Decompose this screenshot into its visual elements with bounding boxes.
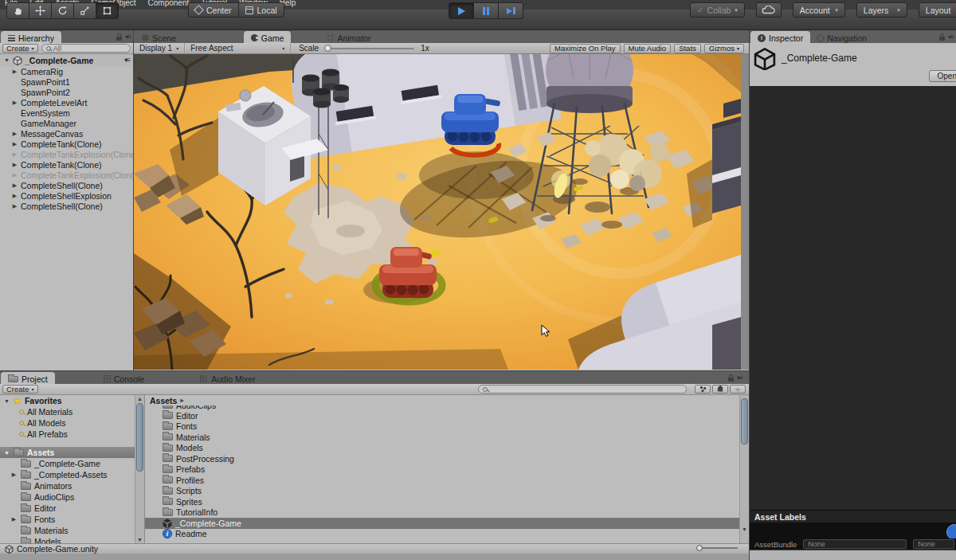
assets-breadcrumb[interactable]: Assets ▸: [145, 395, 749, 405]
foldout-icon[interactable]: ▶: [11, 151, 18, 158]
pane-menu-icon[interactable]: ▾≡: [737, 374, 742, 382]
list-item[interactable]: Prefabs: [145, 464, 749, 476]
tab-inspector[interactable]: Inspector: [750, 31, 810, 43]
foldout-open-icon[interactable]: ▼: [3, 450, 10, 456]
layers-dropdown[interactable]: Layers ▾: [856, 2, 907, 18]
list-item[interactable]: Profiles: [145, 475, 749, 486]
tree-scrollbar-thumb[interactable]: [136, 403, 143, 472]
layout-dropdown[interactable]: Layout ▾: [919, 2, 956, 18]
list-scrollbar-thumb[interactable]: [741, 398, 748, 444]
thumbnail-slider-knob[interactable]: [696, 545, 703, 551]
play-button[interactable]: [449, 2, 474, 19]
pause-button[interactable]: [474, 2, 499, 19]
lock-icon[interactable]: [116, 37, 122, 41]
tab-hierarchy[interactable]: Hierarchy: [1, 31, 61, 43]
hierarchy-item[interactable]: SpawnPoint2: [0, 87, 133, 97]
foldout-icon[interactable]: ▶: [10, 516, 18, 523]
list-item-selected-scene[interactable]: _Complete-Game: [145, 518, 749, 529]
open-button[interactable]: Open: [929, 70, 956, 82]
asset-labels-header[interactable]: Asset Labels: [750, 510, 956, 523]
tab-project[interactable]: Project: [1, 372, 55, 384]
tree-folder[interactable]: Animators: [0, 480, 144, 491]
maximize-on-play-button[interactable]: Maximize On Play: [550, 44, 621, 53]
foldout-icon[interactable]: ▶: [11, 203, 18, 210]
favorites-all-models[interactable]: All Models: [0, 417, 144, 429]
tree-folder[interactable]: Models: [0, 536, 144, 543]
thumbnail-size-slider[interactable]: [698, 547, 738, 549]
assetbundle-dropdown[interactable]: None: [803, 539, 907, 549]
foldout-open-icon[interactable]: ▼: [3, 398, 10, 404]
tree-folder[interactable]: AudioClips: [0, 491, 144, 503]
game-viewport[interactable]: [134, 54, 741, 370]
hierarchy-item-disabled[interactable]: ▶CompleteTankExplosion(Clon(: [0, 170, 133, 180]
foldout-icon[interactable]: ▶: [11, 141, 18, 147]
scale-slider-knob[interactable]: [324, 45, 331, 52]
favorites-root[interactable]: ▼ ★ Favorites: [0, 395, 144, 406]
project-search-input[interactable]: [478, 385, 687, 394]
list-item[interactable]: Sprites: [145, 496, 749, 507]
search-by-label-button[interactable]: [712, 385, 728, 394]
foldout-icon[interactable]: ▶: [10, 472, 18, 478]
list-item[interactable]: PostProcessing: [145, 453, 749, 464]
collab-dropdown[interactable]: ✓ Collab ▾: [690, 2, 745, 18]
search-by-type-button[interactable]: [695, 385, 711, 394]
project-create-button[interactable]: Create ▾: [2, 385, 38, 394]
foldout-open-icon[interactable]: ▼: [3, 57, 10, 63]
gizmos-dropdown[interactable]: Gizmos▾: [704, 44, 744, 53]
hierarchy-item[interactable]: ▶CompleteTank(Clone): [0, 139, 133, 149]
tab-navigation[interactable]: Navigation: [810, 31, 874, 43]
scroll-up-icon[interactable]: ▲: [137, 396, 143, 401]
hierarchy-item[interactable]: ▶CompleteShell(Clone): [0, 180, 133, 190]
scale-slider[interactable]: [325, 48, 414, 49]
hierarchy-item[interactable]: ▶CompleteTank(Clone): [0, 159, 133, 170]
hierarchy-item[interactable]: EventSystem: [0, 108, 133, 118]
mute-audio-button[interactable]: Mute Audio: [624, 44, 672, 53]
list-item[interactable]: TutorialInfo: [145, 507, 749, 519]
foldout-icon[interactable]: ▶: [11, 172, 18, 178]
lock-icon[interactable]: [939, 37, 945, 41]
pane-menu-icon[interactable]: ▾≡: [124, 57, 130, 64]
hierarchy-search-input[interactable]: All: [41, 44, 131, 53]
favorites-all-materials[interactable]: All Materials: [0, 406, 144, 417]
hierarchy-item[interactable]: ▶CompleteShellExplosion: [0, 190, 133, 201]
move-tool-button[interactable]: [29, 2, 52, 19]
lock-icon[interactable]: [728, 378, 734, 382]
foldout-icon[interactable]: ▶: [11, 69, 18, 75]
pane-menu-icon[interactable]: ▾≡: [125, 33, 131, 41]
tree-folder[interactable]: Editor: [0, 503, 144, 514]
foldout-icon[interactable]: ▶: [11, 162, 18, 168]
tree-scrollbar[interactable]: ▲ ▼: [135, 395, 144, 543]
favorites-star-button[interactable]: ★: [730, 385, 746, 394]
assets-root-selected[interactable]: ▼ Assets: [0, 447, 144, 458]
list-item[interactable]: Models: [145, 443, 749, 454]
menu-component[interactable]: Component: [148, 0, 190, 10]
list-item[interactable]: Editor: [145, 410, 749, 421]
list-item[interactable]: Materials: [145, 432, 749, 443]
scroll-down-icon[interactable]: ▼: [137, 537, 143, 542]
hierarchy-scene-root[interactable]: ▼ _Complete-Game ▾≡: [0, 54, 133, 66]
tree-folder[interactable]: Materials: [0, 525, 144, 536]
foldout-icon[interactable]: ▶: [11, 131, 18, 137]
stats-button[interactable]: Stats: [674, 44, 701, 53]
foldout-icon[interactable]: ▶: [11, 193, 18, 199]
list-item[interactable]: Fonts: [145, 421, 749, 433]
foldout-icon[interactable]: ▶: [11, 100, 18, 106]
hierarchy-item[interactable]: ▶CompleteShell(Clone): [0, 201, 133, 211]
aspect-dropdown[interactable]: Free Aspect▾: [185, 43, 291, 54]
assetbundle-variant-dropdown[interactable]: None: [913, 539, 954, 549]
pane-menu-icon[interactable]: ▾≡: [948, 33, 954, 41]
hierarchy-item[interactable]: ▶MessageCanvas: [0, 128, 133, 139]
rect-tool-button[interactable]: [96, 2, 119, 19]
hierarchy-item[interactable]: ▶CompleteLevelArt: [0, 97, 133, 108]
tree-folder[interactable]: ▶_Completed-Assets: [0, 469, 144, 480]
hierarchy-create-button[interactable]: Create ▾: [2, 44, 38, 53]
hierarchy-item[interactable]: GameManager: [0, 118, 133, 128]
display-dropdown[interactable]: Display 1▾: [134, 43, 185, 54]
tab-game[interactable]: Game: [244, 31, 292, 43]
pivot-local-button[interactable]: Local: [239, 2, 284, 18]
list-item-readme[interactable]: Readme: [145, 529, 749, 540]
pivot-center-button[interactable]: Center: [188, 2, 239, 18]
hierarchy-item-disabled[interactable]: ▶CompleteTankExplosion(Clone: [0, 149, 133, 159]
scroll-down-icon[interactable]: ▼: [742, 527, 747, 532]
tab-scene[interactable]: Scene: [135, 31, 183, 43]
